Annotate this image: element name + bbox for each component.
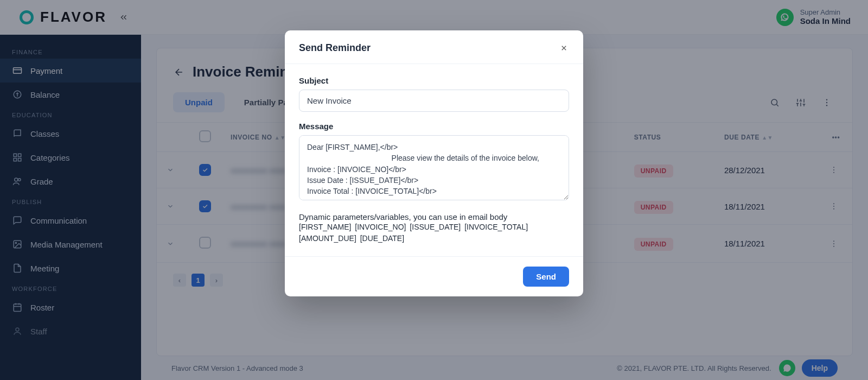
close-icon [560, 44, 568, 52]
dynamic-params-title: Dynamic parameters/variables, you can us… [299, 212, 569, 221]
modal-overlay[interactable]: Send Reminder Subject Message Dynamic pa… [0, 0, 868, 380]
send-button[interactable]: Send [523, 267, 569, 287]
dynamic-params-list: [FIRST_NAME] [INVOICE_NO] [ISSUE_DATE] [… [299, 221, 569, 244]
subject-input[interactable] [299, 90, 569, 112]
message-textarea[interactable] [299, 135, 569, 200]
close-button[interactable] [558, 43, 569, 54]
send-reminder-modal: Send Reminder Subject Message Dynamic pa… [285, 30, 583, 296]
modal-title: Send Reminder [299, 42, 371, 54]
message-label: Message [299, 122, 569, 131]
subject-label: Subject [299, 76, 569, 85]
